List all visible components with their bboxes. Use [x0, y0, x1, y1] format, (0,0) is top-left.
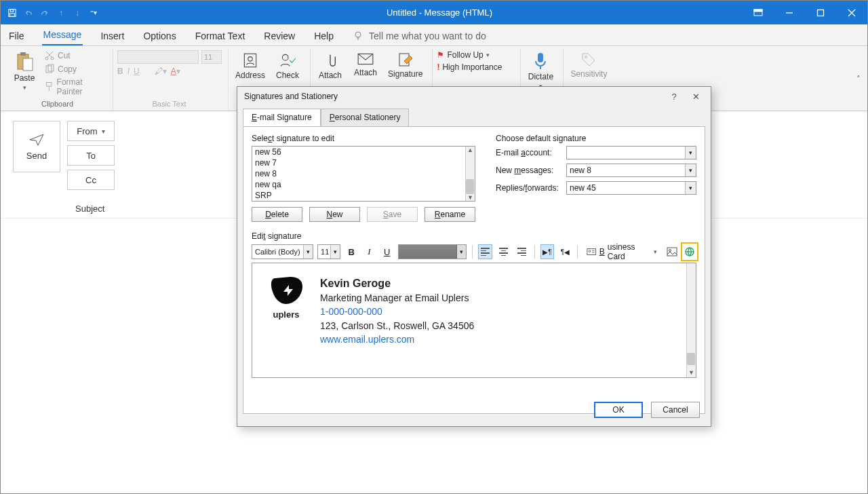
save-button[interactable]: Save: [367, 207, 418, 222]
high-importance-button[interactable]: !High Importance: [437, 62, 502, 72]
bold-button[interactable]: B: [117, 66, 123, 76]
signature-phone[interactable]: 1-000-000-000: [320, 305, 474, 318]
tab-options[interactable]: Options: [142, 26, 177, 45]
ribbon-display-options-icon[interactable]: [743, 1, 774, 24]
tab-format-text[interactable]: Format Text: [194, 26, 247, 45]
svg-rect-17: [47, 83, 52, 86]
check-names-button[interactable]: Check: [272, 50, 303, 81]
cut-button[interactable]: Cut: [44, 50, 106, 61]
chevron-down-icon: ▾: [456, 245, 466, 259]
title-bar: ↑ ↓ ⁼▾ Untitled - Message (HTML): [1, 1, 867, 24]
rename-button[interactable]: Rename: [425, 207, 475, 222]
italic-button[interactable]: I: [127, 66, 130, 76]
ok-button[interactable]: OK: [594, 402, 643, 418]
ltr-button[interactable]: ▶¶: [540, 244, 554, 259]
from-button[interactable]: From▾: [67, 121, 115, 141]
align-right-button[interactable]: [515, 244, 529, 259]
font-color-button[interactable]: A▾: [171, 66, 180, 76]
list-scrollbar[interactable]: ▲▼: [465, 147, 475, 201]
insert-picture-button[interactable]: [665, 244, 678, 259]
rtl-button[interactable]: ¶◀: [558, 244, 572, 259]
maximize-button[interactable]: [805, 1, 836, 24]
font-size-combo[interactable]: 11▾: [317, 244, 340, 259]
dialog-footer: OK Cancel: [594, 402, 700, 418]
attach-item-button[interactable]: Attach: [350, 50, 381, 79]
tab-insert[interactable]: Insert: [99, 26, 125, 45]
replies-forwards-combo[interactable]: new 45▾: [566, 181, 696, 195]
tab-file[interactable]: File: [7, 26, 26, 45]
list-item[interactable]: SRP: [252, 190, 475, 201]
signature-logo: uplers: [266, 276, 307, 346]
align-center-button[interactable]: [496, 244, 511, 259]
list-item[interactable]: new 8: [252, 168, 475, 179]
flag-icon: ⚑: [437, 50, 444, 60]
sensitivity-button[interactable]: Sensitivity: [568, 50, 610, 80]
window-controls: [743, 1, 867, 24]
hyperlink-icon: [684, 246, 695, 257]
redo-icon[interactable]: [40, 8, 50, 18]
font-color-combo[interactable]: ▾: [398, 244, 467, 259]
email-account-combo[interactable]: ▾: [566, 146, 696, 159]
copy-button[interactable]: Copy: [44, 64, 106, 75]
dictate-button[interactable]: Dictate▾: [525, 50, 556, 91]
italic-button[interactable]: I: [362, 244, 376, 259]
underline-button[interactable]: U: [380, 244, 394, 259]
insert-hyperlink-button[interactable]: [683, 244, 696, 259]
font-size-combo[interactable]: 11: [201, 50, 222, 64]
new-messages-label: New messages:: [496, 166, 561, 175]
list-item[interactable]: new 56: [252, 147, 475, 157]
list-item[interactable]: new 7: [252, 157, 475, 168]
to-button[interactable]: To: [67, 145, 115, 166]
up-arrow-icon[interactable]: ↑: [56, 8, 66, 18]
signature-address: 123, Carlson St., Roswell, GA 34506: [320, 319, 474, 332]
signature-url[interactable]: www.email.uplers.com: [320, 332, 474, 346]
svg-rect-6: [818, 10, 824, 16]
follow-up-button[interactable]: ⚑Follow Up▾: [437, 50, 502, 60]
business-card-button[interactable]: Business Card▾: [583, 244, 660, 259]
close-button[interactable]: [836, 1, 867, 24]
editor-scrollbar[interactable]: ▼: [686, 263, 696, 377]
save-icon[interactable]: [7, 8, 17, 18]
new-messages-combo[interactable]: new 8▾: [566, 164, 696, 177]
highlight-color-button[interactable]: 🖍▾: [155, 66, 167, 76]
signature-button[interactable]: Signature: [385, 50, 425, 80]
collapse-ribbon-icon[interactable]: ˄: [856, 74, 861, 83]
chevron-down-icon: ▾: [685, 182, 696, 194]
bold-button[interactable]: B: [344, 244, 358, 259]
tell-me-search[interactable]: Tell me what you want to do: [351, 26, 488, 45]
tab-email-signature[interactable]: E-mail Signature: [243, 109, 321, 126]
font-name-combo[interactable]: [117, 50, 199, 64]
down-arrow-icon[interactable]: ↓: [73, 8, 82, 18]
chevron-down-icon: ▾: [303, 245, 313, 259]
undo-icon[interactable]: [24, 8, 33, 18]
paste-button[interactable]: Paste ▾: [9, 50, 40, 92]
tell-me-placeholder: Tell me what you want to do: [369, 31, 486, 41]
list-item-selected[interactable]: yuval: [252, 201, 475, 202]
send-button[interactable]: Send: [13, 121, 60, 172]
underline-button[interactable]: U: [134, 66, 140, 76]
tab-personal-stationery[interactable]: Personal Stationery: [321, 109, 410, 126]
format-painter-button[interactable]: Format Painter: [44, 77, 106, 96]
cancel-button[interactable]: Cancel: [651, 402, 700, 418]
customize-qat-icon[interactable]: ⁼▾: [89, 8, 98, 18]
tab-review[interactable]: Review: [262, 26, 296, 45]
dialog-close-button[interactable]: ✕: [685, 92, 707, 102]
signature-editor[interactable]: uplers Kevin Geroge Marketing Manager at…: [252, 263, 696, 378]
align-left-button[interactable]: [478, 244, 492, 259]
attach-file-button[interactable]: Attach: [315, 50, 346, 81]
tab-help[interactable]: Help: [313, 26, 335, 45]
dialog-help-button[interactable]: ?: [663, 92, 685, 102]
cc-button[interactable]: Cc: [67, 170, 115, 190]
svg-point-9: [355, 32, 361, 37]
exclamation-icon: !: [437, 62, 439, 72]
list-item[interactable]: new qa: [252, 179, 475, 190]
font-name-combo[interactable]: Calibri (Body)▾: [252, 244, 313, 259]
tab-message[interactable]: Message: [42, 25, 83, 45]
basic-text-group: 11 B I U 🖍▾ A▾ Basic Text: [113, 49, 229, 111]
signature-list[interactable]: new 56 new 7 new 8 new qa SRP yuval ▲▼: [252, 146, 475, 202]
delete-button[interactable]: Delete: [252, 207, 302, 222]
window-title: Untitled - Message (HTML): [136, 7, 743, 18]
address-book-button[interactable]: Address: [233, 50, 268, 81]
minimize-button[interactable]: [774, 1, 805, 24]
new-button[interactable]: New: [309, 207, 360, 222]
